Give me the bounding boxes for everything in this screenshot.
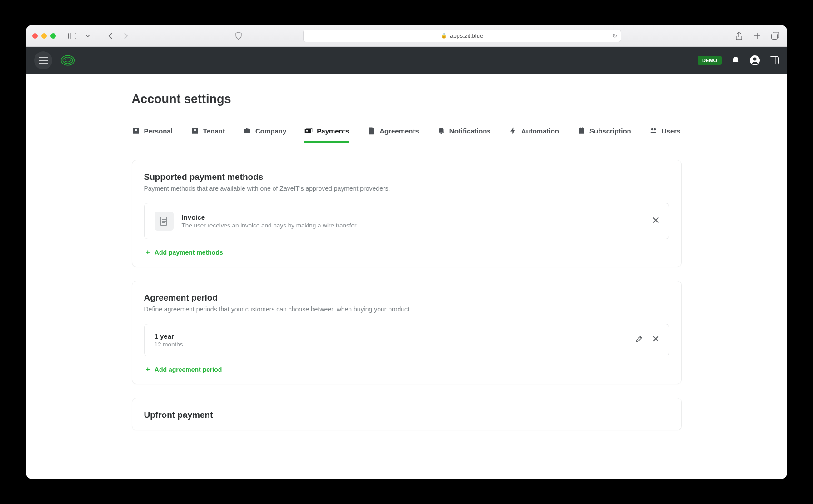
- app-logo[interactable]: [60, 54, 76, 66]
- demo-badge: DEMO: [698, 56, 722, 65]
- tab-personal[interactable]: Personal: [132, 127, 173, 143]
- add-payment-method-button[interactable]: + Add payment methods: [146, 248, 669, 257]
- tab-agreements[interactable]: Agreements: [367, 127, 419, 143]
- edit-button[interactable]: [635, 336, 643, 345]
- add-label: Add payment methods: [155, 249, 223, 256]
- plus-icon: +: [146, 366, 150, 374]
- person-card-icon: [132, 127, 140, 135]
- add-label: Add agreement period: [155, 366, 222, 373]
- tab-company[interactable]: Company: [243, 127, 286, 143]
- browser-window: 🔒 apps.zit.blue ↻ DEMO: [26, 25, 787, 479]
- section-subtitle: Payment methods that are available with …: [144, 185, 669, 192]
- share-icon[interactable]: [733, 30, 744, 41]
- close-window-button[interactable]: [32, 33, 38, 39]
- tabs-icon[interactable]: [770, 30, 781, 41]
- tab-label: Agreements: [379, 127, 419, 135]
- tab-label: Tenant: [203, 127, 225, 135]
- invoice-icon: [155, 212, 174, 231]
- tab-label: Automation: [521, 127, 559, 135]
- chevron-down-icon[interactable]: [82, 30, 93, 41]
- tab-label: Notifications: [449, 127, 491, 135]
- payments-icon: [304, 127, 313, 135]
- account-icon[interactable]: [750, 55, 760, 65]
- agreement-period-item: 1 year 12 months: [144, 324, 669, 356]
- lock-icon: 🔒: [441, 33, 447, 39]
- new-tab-icon[interactable]: [752, 30, 763, 41]
- browser-toolbar: 🔒 apps.zit.blue ↻: [26, 25, 787, 47]
- section-title: Supported payment methods: [144, 172, 669, 182]
- tab-label: Payments: [317, 127, 349, 135]
- payment-methods-card: Supported payment methods Payment method…: [132, 160, 682, 267]
- address-bar[interactable]: 🔒 apps.zit.blue ↻: [303, 30, 621, 42]
- tab-label: Subscription: [589, 127, 631, 135]
- svg-point-4: [753, 58, 757, 61]
- back-button[interactable]: [105, 30, 116, 41]
- menu-button[interactable]: [34, 51, 52, 69]
- window-controls: [32, 33, 56, 39]
- bell-icon: [437, 127, 445, 135]
- tab-notifications[interactable]: Notifications: [437, 127, 491, 143]
- minimize-window-button[interactable]: [41, 33, 47, 39]
- tab-users[interactable]: Users: [649, 127, 681, 143]
- upfront-payment-card: Upfront payment: [132, 398, 682, 430]
- section-subtitle: Define agreement periods that your custo…: [144, 306, 669, 313]
- page-title: Account settings: [132, 92, 682, 106]
- item-description: The user receives an invoice and pays by…: [182, 222, 358, 229]
- remove-button[interactable]: [653, 217, 659, 225]
- remove-button[interactable]: [653, 336, 659, 345]
- plus-icon: +: [146, 248, 150, 257]
- item-title: 1 year: [155, 332, 183, 340]
- payment-method-item: Invoice The user receives an invoice and…: [144, 203, 669, 239]
- svg-rect-5: [770, 57, 779, 64]
- person-card-icon: [191, 127, 199, 135]
- add-agreement-period-button[interactable]: + Add agreement period: [146, 366, 669, 374]
- bolt-icon: [509, 127, 517, 135]
- briefcase-icon: [243, 127, 251, 135]
- bell-icon[interactable]: [732, 56, 740, 65]
- app-body: Account settings Personal Tenant Company: [26, 74, 787, 479]
- section-title: Upfront payment: [144, 410, 669, 420]
- tab-payments[interactable]: Payments: [304, 127, 349, 143]
- tab-label: Users: [662, 127, 681, 135]
- tab-label: Company: [255, 127, 286, 135]
- users-icon: [649, 127, 658, 135]
- refresh-icon[interactable]: ↻: [613, 33, 617, 39]
- tab-automation[interactable]: Automation: [509, 127, 559, 143]
- forward-button[interactable]: [120, 30, 131, 41]
- tab-subscription[interactable]: Subscription: [577, 127, 631, 143]
- url-host: apps.zit.blue: [450, 32, 483, 39]
- svg-rect-0: [69, 33, 76, 39]
- shield-icon[interactable]: [233, 30, 244, 41]
- close-icon: [653, 217, 659, 223]
- maximize-window-button[interactable]: [50, 33, 56, 39]
- document-icon: [367, 127, 375, 135]
- pencil-icon: [635, 336, 643, 343]
- item-description: 12 months: [155, 341, 183, 348]
- app-header: DEMO: [26, 47, 787, 74]
- panel-icon[interactable]: [770, 56, 779, 64]
- item-title: Invoice: [182, 213, 358, 221]
- section-title: Agreement period: [144, 293, 669, 303]
- agreement-period-card: Agreement period Define agreement period…: [132, 281, 682, 384]
- hamburger-icon: [39, 57, 48, 64]
- settings-tabs: Personal Tenant Company Payments Agreeme…: [132, 127, 682, 143]
- tab-tenant[interactable]: Tenant: [191, 127, 225, 143]
- close-icon: [653, 336, 659, 342]
- tab-label: Personal: [144, 127, 173, 135]
- sidebar-toggle-icon[interactable]: [67, 30, 78, 41]
- calendar-icon: [577, 127, 585, 135]
- svg-rect-2: [771, 34, 777, 39]
